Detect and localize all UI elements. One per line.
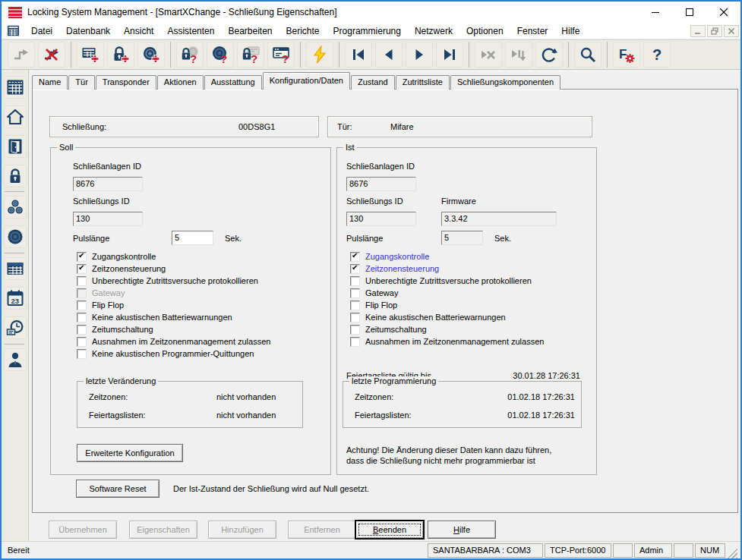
tab-konfiguration-daten[interactable]: Konfiguration/Daten [263, 72, 350, 90]
menu-fenster[interactable]: Fenster [510, 24, 555, 39]
ist-firmware-field[interactable]: 3.3.42 [441, 212, 557, 226]
checkbox-box[interactable] [77, 276, 87, 286]
new-transponder-icon[interactable] [137, 42, 165, 68]
ist-checkbox-zugangskontrolle[interactable]: Zugangskontrolle [350, 251, 429, 262]
tab-schliessungskomponenten[interactable]: Schließungskomponenten [450, 75, 560, 90]
checkbox-box[interactable] [77, 349, 87, 359]
menu-netzwerk[interactable]: Netzwerk [408, 24, 459, 39]
soll-checkbox-protokollieren[interactable]: Unberechtigte Zutrittsversuche protokoll… [77, 275, 258, 286]
report-options-icon[interactable]: F [613, 42, 640, 68]
checkbox-box[interactable] [77, 325, 87, 335]
checkbox-box[interactable] [77, 252, 87, 262]
ist-checkbox-protokollieren[interactable]: Unberechtigte Zutrittsversuche protokoll… [350, 275, 532, 286]
checkbox-box[interactable] [77, 337, 87, 347]
checkbox-box[interactable] [77, 313, 87, 322]
nav-last-icon[interactable] [436, 42, 463, 68]
tab-zustand[interactable]: Zustand [351, 75, 395, 90]
checkbox-box[interactable] [350, 300, 360, 310]
checkbox-box[interactable] [350, 288, 360, 298]
soll-puls-field[interactable]: 5 [172, 231, 213, 245]
menu-programmierung[interactable]: Programmierung [327, 24, 408, 39]
help-icon[interactable]: ? [643, 42, 671, 68]
ist-checkbox-batteriewarnungen[interactable]: Keine akustischen Batteriewarnungen [350, 312, 506, 322]
soll-checkbox-zeitzonensteuerung[interactable]: Zeitzonensteuerung [77, 263, 166, 274]
soll-checkbox-zugangskontrolle[interactable]: Zugangskontrolle [77, 251, 156, 262]
user-icon[interactable] [4, 348, 27, 371]
soll-checkbox-batteriewarnungen[interactable]: Keine akustischen Batteriewarnungen [77, 312, 232, 322]
ist-checkbox-ausnahmen[interactable]: Ausnahmen im Zeitzonenmanagement zulasse… [350, 336, 544, 347]
nav-next-icon[interactable] [406, 42, 433, 68]
read-transponder-icon[interactable]: ? [207, 42, 234, 68]
soll-checkbox-flip-flop[interactable]: Flip Flop [77, 300, 124, 310]
checkbox-box[interactable] [350, 252, 360, 262]
resize-grip-icon[interactable] [727, 548, 737, 558]
disconnect-icon[interactable] [38, 42, 65, 68]
checkbox-box[interactable] [77, 300, 87, 310]
ist-puls-field[interactable]: 5 [441, 231, 483, 245]
transponder-groups-icon[interactable] [4, 196, 27, 219]
maximize-button[interactable] [672, 2, 706, 23]
checkbox-box[interactable] [350, 313, 360, 322]
time-zone-plan-icon[interactable] [4, 316, 27, 339]
menu-datenbank[interactable]: Datenbank [59, 24, 117, 39]
ist-checkbox-zeitumschaltung[interactable]: Zeitumschaltung [350, 324, 427, 335]
soll-checkbox-gateway: Gateway [77, 288, 125, 298]
menu-berichte[interactable]: Berichte [279, 24, 327, 39]
tab-ausstattung[interactable]: Ausstattung [204, 75, 262, 90]
mdi-close-button[interactable] [724, 25, 739, 37]
menu-hilfe[interactable]: Hilfe [554, 24, 586, 39]
hilfe-button[interactable]: Hilfe [428, 521, 496, 539]
checkbox-box[interactable] [350, 276, 360, 286]
erweiterte-konfiguration-button[interactable]: Erweiterte Konfiguration [77, 444, 183, 462]
nav-first-icon[interactable] [345, 42, 372, 68]
software-reset-button[interactable]: Software Reset [76, 480, 159, 498]
tab-name[interactable]: Name [32, 75, 68, 90]
nav-prev-icon[interactable] [375, 42, 403, 68]
tab-transponder[interactable]: Transponder [96, 75, 156, 90]
soll-checkbox-zeitumschaltung[interactable]: Zeitumschaltung [77, 324, 153, 335]
list-icon[interactable] [4, 257, 27, 280]
minimize-button[interactable] [638, 2, 672, 23]
tab-tuer[interactable]: Tür [68, 75, 95, 90]
checkbox-box[interactable] [350, 337, 360, 347]
entfernen-label: Entfernen [304, 525, 340, 534]
mdi-restore-button[interactable] [707, 25, 722, 37]
areas-icon[interactable] [4, 105, 27, 128]
door-icon[interactable] [4, 135, 27, 158]
tab-zutrittsliste[interactable]: Zutrittsliste [396, 75, 450, 90]
ist-checkbox-flip-flop[interactable]: Flip Flop [350, 300, 397, 310]
read-lock-g1-icon[interactable]: ? [237, 42, 264, 68]
menu-assistenten[interactable]: Assistenten [160, 24, 221, 39]
read-network-icon[interactable]: ? [267, 42, 295, 68]
soll-schliessung-field[interactable]: 130 [73, 212, 143, 226]
read-lock-icon[interactable]: ? [176, 42, 204, 68]
ist-schliessung-field[interactable]: 130 [346, 212, 416, 226]
beenden-button[interactable]: Beenden [355, 521, 424, 539]
menu-datei[interactable]: Datei [24, 24, 59, 39]
new-locking-system-icon[interactable] [77, 42, 104, 68]
refresh-icon[interactable] [535, 42, 563, 68]
mdi-minimize-button[interactable] [690, 25, 706, 37]
transponder-icon[interactable] [4, 225, 27, 248]
checkbox-box[interactable] [350, 264, 360, 274]
program-flash-icon[interactable] [306, 42, 333, 68]
menu-bearbeiten[interactable]: Bearbeiten [221, 24, 279, 39]
ist-checkbox-gateway[interactable]: Gateway [350, 288, 398, 298]
soll-anlage-field[interactable]: 8676 [73, 177, 143, 191]
locking-plan-icon[interactable] [4, 76, 27, 99]
soll-checkbox-ausnahmen[interactable]: Ausnahmen im Zeitzonenmanagement zulasse… [77, 336, 270, 347]
lock-icon[interactable] [4, 165, 27, 187]
door-header-label: Tür: [337, 122, 352, 131]
checkbox-box[interactable] [77, 264, 87, 274]
close-button[interactable] [706, 2, 740, 23]
search-icon[interactable] [574, 42, 601, 68]
ist-checkbox-zeitzonensteuerung[interactable]: Zeitzonensteuerung [350, 263, 439, 274]
tab-aktionen[interactable]: Aktionen [157, 75, 204, 90]
calendar-icon[interactable]: 23 [4, 287, 27, 310]
menu-optionen[interactable]: Optionen [459, 24, 510, 39]
menu-ansicht[interactable]: Ansicht [117, 24, 160, 39]
checkbox-box[interactable] [350, 325, 360, 335]
soll-checkbox-programmier-quittungen[interactable]: Keine akustischen Programmier-Quittungen [77, 348, 254, 359]
new-lock-icon[interactable] [107, 42, 134, 68]
ist-anlage-field[interactable]: 8676 [346, 177, 416, 191]
